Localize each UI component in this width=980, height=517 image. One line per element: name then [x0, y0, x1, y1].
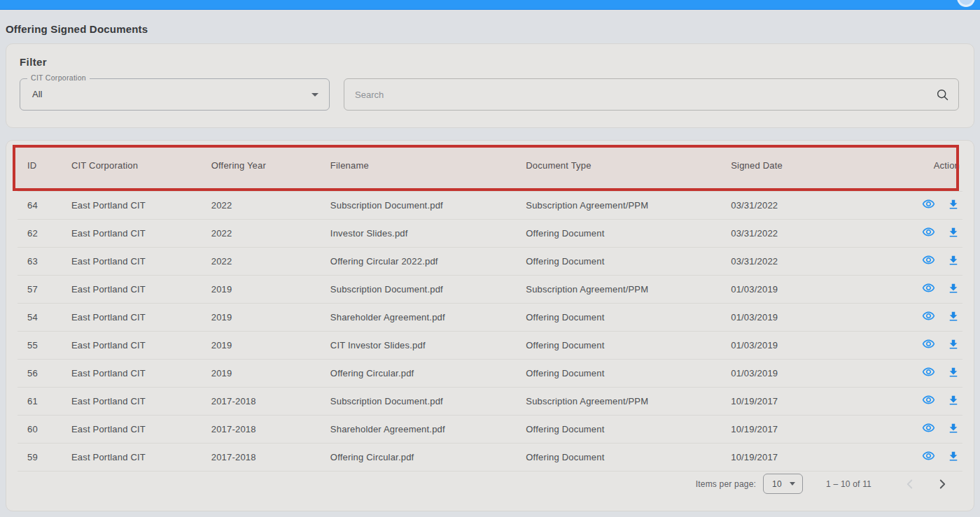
view-document-button[interactable] [922, 281, 935, 295]
table-row[interactable]: 55 East Portland CIT 2019 CIT Investor S… [18, 331, 962, 359]
search-input[interactable] [344, 79, 958, 110]
cell-signed-date: 03/31/2022 [731, 247, 893, 275]
search-field [344, 78, 959, 111]
cell-filename: Shareholder Agreement.pdf [330, 303, 526, 331]
cell-id: 64 [18, 191, 71, 219]
view-document-button[interactable] [922, 337, 935, 350]
user-avatar[interactable] [957, 0, 975, 7]
cell-id: 61 [18, 387, 71, 415]
cell-signed-date: 01/03/2019 [731, 275, 893, 303]
download-icon [947, 342, 960, 353]
next-page-button[interactable] [934, 476, 950, 492]
download-document-button[interactable] [947, 366, 960, 378]
table-row[interactable]: 61 East Portland CIT 2017-2018 Subscript… [18, 387, 962, 415]
table-row[interactable]: 56 East Portland CIT 2019 Offering Circu… [18, 359, 962, 387]
eye-icon [922, 258, 935, 269]
items-per-page-value: 10 [772, 479, 782, 489]
cell-document-type: Offering Document [526, 247, 731, 275]
cell-id: 55 [18, 331, 71, 359]
items-per-page-select[interactable]: 10 [763, 474, 803, 494]
cit-corporation-select[interactable]: CIT Corporation All [20, 78, 330, 111]
download-icon [947, 286, 960, 297]
cell-action [893, 247, 962, 275]
column-header-filename: Filename [330, 141, 526, 191]
download-icon [947, 370, 960, 381]
chevron-down-icon [790, 482, 795, 486]
eye-icon [922, 202, 935, 213]
chevron-left-icon [902, 483, 918, 494]
eye-icon [922, 230, 935, 241]
view-document-button[interactable] [922, 421, 935, 434]
download-icon [947, 314, 960, 325]
view-document-button[interactable] [922, 225, 935, 239]
view-document-button[interactable] [922, 309, 935, 323]
items-per-page-label: Items per page: [696, 479, 756, 489]
view-document-button[interactable] [922, 253, 935, 267]
eye-icon [922, 286, 935, 297]
download-document-button[interactable] [947, 450, 960, 462]
cell-document-type: Offering Document [526, 331, 731, 359]
cell-document-type: Offering Document [526, 219, 731, 247]
table-row[interactable]: 54 East Portland CIT 2019 Shareholder Ag… [18, 303, 962, 331]
download-document-button[interactable] [947, 254, 960, 267]
cell-cit-corporation: East Portland CIT [71, 415, 211, 443]
cell-action [893, 191, 962, 219]
download-document-button[interactable] [947, 422, 960, 434]
column-header-signed-date: Signed Date [731, 141, 893, 191]
download-icon [947, 202, 960, 213]
cell-cit-corporation: East Portland CIT [71, 219, 211, 247]
view-document-button[interactable] [922, 197, 935, 211]
table-row[interactable]: 59 East Portland CIT 2017-2018 Offering … [18, 443, 962, 471]
table-row[interactable]: 62 East Portland CIT 2022 Investor Slide… [18, 219, 962, 247]
cell-document-type: Subscription Agreement/PPM [526, 275, 731, 303]
cell-id: 59 [18, 443, 71, 471]
download-icon [947, 454, 960, 465]
column-header-offering-year: Offering Year [211, 141, 330, 191]
cell-action [893, 415, 962, 443]
download-document-button[interactable] [947, 226, 960, 239]
table-row[interactable]: 60 East Portland CIT 2017-2018 Sharehold… [18, 415, 962, 443]
download-document-button[interactable] [947, 394, 960, 406]
documents-table-card: ID CIT Corporation Offering Year Filenam… [6, 140, 974, 511]
download-icon [947, 258, 960, 269]
cit-corporation-select-label: CIT Corporation [27, 73, 90, 82]
eye-icon [922, 342, 935, 353]
table-row[interactable]: 63 East Portland CIT 2022 Offering Circu… [18, 247, 962, 275]
eye-icon [922, 370, 935, 381]
cell-id: 60 [18, 415, 71, 443]
table-header-row: ID CIT Corporation Offering Year Filenam… [18, 141, 962, 191]
column-header-action: Action [893, 141, 962, 191]
cell-action [893, 275, 962, 303]
download-icon [947, 398, 960, 409]
cell-offering-year: 2019 [211, 303, 330, 331]
search-icon[interactable] [935, 87, 950, 102]
cell-cit-corporation: East Portland CIT [71, 331, 211, 359]
view-document-button[interactable] [922, 365, 935, 378]
cell-signed-date: 10/19/2017 [731, 443, 893, 471]
view-document-button[interactable] [922, 393, 935, 406]
cell-action [893, 359, 962, 387]
cell-offering-year: 2017-2018 [211, 415, 330, 443]
cell-filename: Subscription Document.pdf [330, 387, 526, 415]
documents-table: ID CIT Corporation Offering Year Filenam… [18, 141, 962, 472]
cell-offering-year: 2022 [211, 247, 330, 275]
cell-cit-corporation: East Portland CIT [71, 443, 211, 471]
cell-signed-date: 01/03/2019 [731, 331, 893, 359]
filter-card: Filter CIT Corporation All [6, 43, 974, 128]
cell-document-type: Offering Document [526, 303, 731, 331]
download-document-button[interactable] [947, 310, 960, 323]
table-row[interactable]: 64 East Portland CIT 2022 Subscription D… [18, 191, 962, 219]
previous-page-button[interactable] [902, 476, 918, 492]
cell-cit-corporation: East Portland CIT [71, 387, 211, 415]
download-document-button[interactable] [947, 282, 960, 295]
column-header-id: ID [18, 141, 71, 191]
table-row[interactable]: 57 East Portland CIT 2019 Subscription D… [18, 275, 962, 303]
cell-id: 56 [18, 359, 71, 387]
download-document-button[interactable] [947, 198, 960, 211]
eye-icon [922, 426, 935, 437]
cell-signed-date: 01/03/2019 [731, 303, 893, 331]
view-document-button[interactable] [922, 449, 935, 462]
download-document-button[interactable] [947, 338, 960, 350]
cell-signed-date: 10/19/2017 [731, 387, 893, 415]
cell-filename: Investor Slides.pdf [330, 219, 526, 247]
